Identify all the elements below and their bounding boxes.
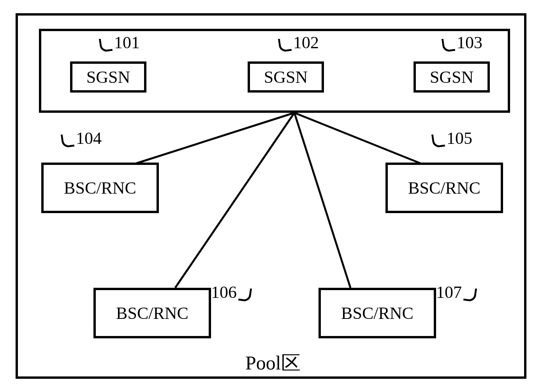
ref-text: 104 — [76, 128, 102, 148]
node-label: SGSN — [430, 67, 474, 87]
pool-label-text: Pool区 — [245, 352, 301, 374]
node-sgsn-102: SGSN — [248, 61, 324, 93]
ref-text: 102 — [293, 33, 319, 52]
ref-label-104: 104 — [62, 128, 102, 148]
node-label: BSC/RNC — [116, 303, 188, 323]
node-bscrnc-105: BSC/RNC — [385, 163, 503, 213]
pool-label: Pool区 — [245, 350, 301, 376]
ref-text: 103 — [457, 33, 482, 52]
ref-hook-icon — [463, 287, 477, 302]
ref-label-101: 101 — [100, 33, 140, 52]
node-bscrnc-107: BSC/RNC — [319, 288, 436, 338]
ref-text: 107 — [436, 282, 462, 302]
node-bscrnc-104: BSC/RNC — [41, 163, 159, 213]
ref-hook-icon — [238, 287, 252, 302]
node-sgsn-101: SGSN — [70, 61, 146, 93]
ref-label-102: 102 — [279, 33, 319, 52]
ref-hook-icon — [431, 133, 445, 148]
ref-label-107: 107 — [436, 282, 476, 302]
node-bscrnc-106: BSC/RNC — [93, 288, 211, 338]
ref-label-106: 106 — [211, 282, 251, 302]
node-label: SGSN — [264, 67, 308, 87]
diagram-canvas: 101 SGSN 102 SGSN 103 SGSN 104 BSC/RNC 1… — [0, 0, 542, 392]
ref-label-105: 105 — [432, 128, 472, 148]
ref-text: 101 — [114, 33, 140, 52]
ref-text: 105 — [447, 128, 472, 148]
ref-label-103: 103 — [442, 33, 482, 52]
node-label: BSC/RNC — [408, 178, 480, 198]
node-label: BSC/RNC — [341, 303, 414, 323]
node-label: SGSN — [86, 67, 130, 87]
ref-text: 106 — [211, 282, 237, 302]
node-sgsn-103: SGSN — [414, 61, 490, 93]
ref-hook-icon — [61, 133, 75, 148]
node-label: BSC/RNC — [64, 178, 136, 198]
ref-hook-icon — [278, 37, 292, 52]
ref-hook-icon — [442, 37, 456, 52]
ref-hook-icon — [99, 37, 113, 52]
